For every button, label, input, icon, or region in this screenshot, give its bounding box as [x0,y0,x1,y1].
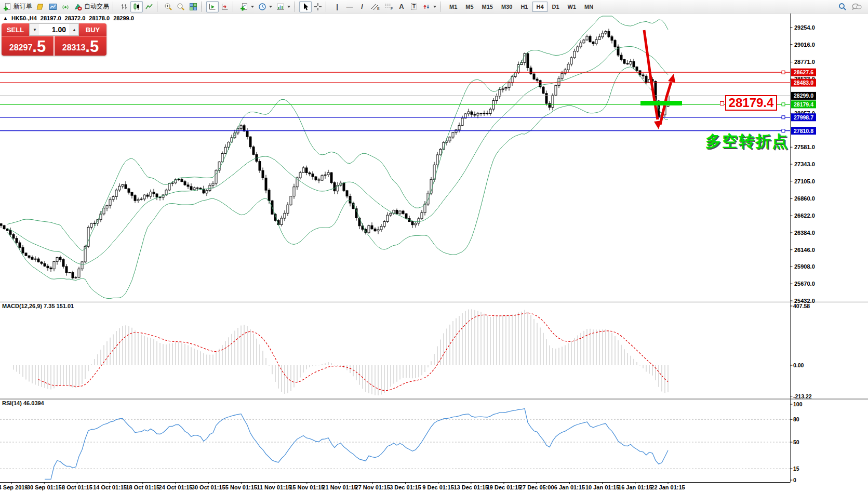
arrows-tool-button[interactable] [420,1,438,12]
chart-shift-icon [221,3,229,11]
svg-text:80: 80 [793,416,799,422]
pivot-note-text[interactable]: 多空转折点 [705,131,789,152]
chart-ohlc-header: ▲ HK50-,H4 28197.0 28372.0 28178.0 28299… [3,15,134,21]
chart-window-icon [49,3,57,11]
svg-text:0: 0 [793,477,796,483]
market-watch-button[interactable] [47,1,59,12]
svg-text:19 Dec 01:15: 19 Dec 01:15 [487,484,522,490]
svg-text:8 Oct 01:15: 8 Oct 01:15 [62,484,92,490]
periods-dropdown-caret[interactable] [269,6,272,8]
arrows-shapes-icon [422,3,431,11]
templates-icon [276,3,285,11]
templates-dropdown-caret[interactable] [287,6,290,8]
candlestick-chart-button[interactable] [130,1,143,12]
volume-stepper: ▼ ▲ [29,23,79,36]
symbol-period-label: HK50-,H4 [11,15,37,21]
periods-button[interactable] [256,1,274,12]
new-order-button[interactable]: 新订单 [1,1,34,12]
text-tool[interactable]: A [395,1,408,12]
volume-increase-button[interactable]: ▲ [69,24,78,35]
line-chart-icon [145,3,153,11]
line-chart-button[interactable] [143,1,155,12]
fibonacci-icon: F [384,3,393,11]
svg-text:22 Jan 01:15: 22 Jan 01:15 [651,484,685,490]
svg-text:15 Nov 01:15: 15 Nov 01:15 [289,484,324,490]
svg-text:15: 15 [793,466,799,472]
vertical-line-tool[interactable]: | [331,1,343,12]
auto-scroll-button[interactable] [206,1,219,12]
macd-histogram [14,309,668,395]
svg-text:13 Dec 01:15: 13 Dec 01:15 [453,484,488,490]
trendline-tool[interactable]: / [356,1,368,12]
toolbar-right-group [838,2,867,11]
tf-m30[interactable]: M30 [498,2,516,12]
arrows-dropdown-caret[interactable] [433,6,436,8]
tf-h1[interactable]: H1 [517,2,531,12]
tf-m5[interactable]: M5 [462,2,477,12]
svg-text:25908.0: 25908.0 [794,263,815,270]
templates-button[interactable] [274,1,292,12]
fibonacci-tool[interactable]: F [382,1,395,12]
svg-text:29016.0: 29016.0 [794,42,815,48]
mt4-window: 新订单 自动交易 [0,0,868,492]
cursor-tool-button[interactable] [299,1,312,12]
toolbar-separator [294,2,297,12]
bar-chart-button[interactable] [118,1,130,12]
tf-h4[interactable]: H4 [532,2,547,12]
toolbar-separator [201,2,204,12]
tf-m15[interactable]: M15 [478,2,497,12]
callout-anchor-handle[interactable] [720,101,724,105]
toolbar-separator [326,2,329,12]
up-arrowhead[interactable] [668,74,675,83]
buy-button[interactable]: BUY [79,23,106,36]
tf-d1[interactable]: D1 [549,2,563,12]
signals-button[interactable] [59,1,72,12]
indicators-dropdown-caret[interactable] [251,6,254,8]
history-book-icon [36,3,45,11]
tf-w1[interactable]: W1 [564,2,580,12]
sell-button[interactable]: SELL [2,23,29,36]
svg-text:50: 50 [793,439,799,445]
chart-shift-button[interactable] [219,1,231,12]
hline-icon: — [346,3,353,10]
indicators-button[interactable] [238,1,256,12]
autotrade-label: 自动交易 [84,2,109,11]
one-click-trading-panel: SELL ▼ ▲ BUY 28297.5 28313.5 [2,23,106,56]
chat-icon[interactable] [851,2,862,11]
zoom-in-button[interactable] [162,1,175,12]
price-chart-canvas[interactable]: 29254.029016.028771.028533.028057.027581… [0,14,868,492]
axes [0,14,868,483]
bollinger-bands [7,16,668,299]
svg-text:28627.6: 28627.6 [794,69,813,75]
text-label-icon: T [411,3,417,10]
crosshair-tool-button[interactable] [312,1,324,12]
zoom-out-icon [177,3,185,11]
high-value: 28372.0 [65,15,86,21]
buy-price-frac: .5 [85,38,99,55]
toolbar-separator [233,2,236,12]
buy-price[interactable]: 28313.5 [55,36,106,56]
support-zone-bar[interactable] [640,101,682,105]
svg-text:6 Jan 01:15: 6 Jan 01:15 [554,484,585,490]
toolbar-separator [440,2,443,12]
autotrade-button[interactable]: 自动交易 [72,1,111,12]
macd-signal-line [38,313,668,390]
history-center-button[interactable] [34,1,47,12]
svg-text:30 Sep 01:15: 30 Sep 01:15 [27,484,62,490]
horizontal-line-tool[interactable]: — [343,1,356,12]
svg-text:10 Jan 01:15: 10 Jan 01:15 [585,484,619,490]
tile-windows-button[interactable] [187,1,199,12]
price-callout[interactable]: 28179.4 [725,95,777,111]
collapse-panel-icon[interactable]: ▲ [3,16,8,21]
search-icon[interactable] [838,2,847,11]
volume-input[interactable] [39,24,69,35]
tf-mn[interactable]: MN [581,2,597,12]
equidistant-channel-tool[interactable]: E [368,1,382,12]
volume-decrease-button[interactable]: ▼ [30,24,39,35]
zoom-out-button[interactable] [175,1,187,12]
svg-text:16 Jan 01:15: 16 Jan 01:15 [618,484,652,490]
text-label-tool[interactable]: T [408,1,420,12]
bar-chart-icon [120,3,128,11]
sell-price[interactable]: 28297.5 [2,36,54,56]
tf-m1[interactable]: M1 [446,2,461,12]
